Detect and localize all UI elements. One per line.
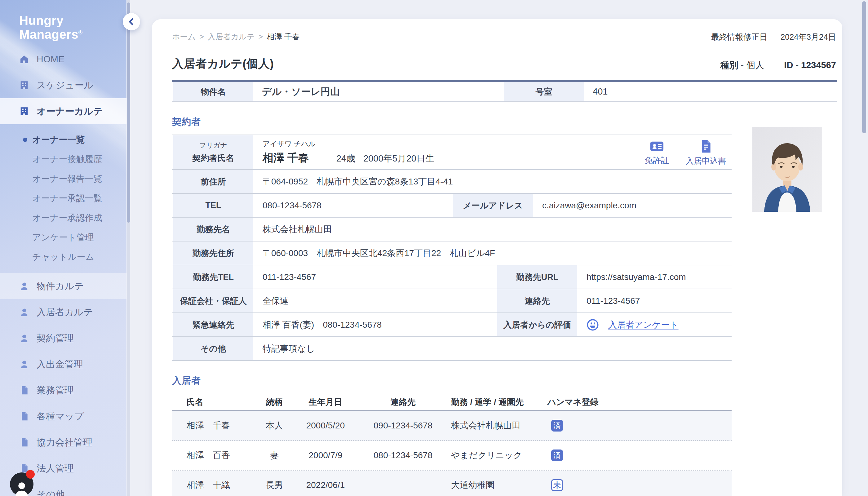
room-number-label: 号室 [502, 82, 585, 102]
previous-address-value: 〒064-0952 札幌市中央区宮の森8条13丁目4-41 [254, 170, 732, 193]
record-meta: 種別 - 個人 ID - 1234567 [720, 59, 836, 72]
resident-contact: 090-1234-5678 [360, 421, 446, 431]
account-avatar[interactable] [10, 472, 33, 496]
sidebar-item-home[interactable]: HOME [0, 46, 126, 72]
other-label: その他 [172, 337, 254, 360]
file-icon [19, 437, 30, 448]
field-row-previous-address: 前住所 〒064-0952 札幌市中央区宮の森8条13丁目4-41 [172, 170, 732, 194]
resident-survey-link[interactable]: 入居者アンケート [608, 319, 679, 331]
sidebar-subitem-label: オーナー報告一覧 [32, 173, 102, 185]
employer-tel-label: 勤務先TEL [172, 265, 254, 289]
sidebar-item-label: オーナーカルテ [36, 105, 103, 118]
contractor-name-label: 契約者氏名 [192, 153, 234, 164]
sidebar-item-payment-management[interactable]: 入出金管理 [0, 351, 126, 377]
col-header-birthday: 生年月日 [291, 397, 360, 408]
license-document-button[interactable]: 免許証 [645, 140, 669, 166]
other-value: 特記事項なし [254, 337, 732, 360]
last-modified-label: 最終情報修正日 [711, 32, 768, 43]
sidebar-subitem-owner-report-list[interactable]: オーナー報告一覧 [0, 169, 126, 188]
sidebar-nav: HOME スケジュール オーナーカルテ オーナー一覧 オーナー接触履歴 オーナー… [0, 46, 126, 496]
sidebar-item-label: 物件カルテ [36, 280, 84, 293]
sidebar-item-maps[interactable]: 各種マップ [0, 403, 126, 429]
sidebar-subitem-survey-management[interactable]: アンケート管理 [0, 228, 126, 247]
resident-row: 相澤 百香 妻 2000/7/9 080-1234-5678 やまだクリニック … [172, 441, 732, 470]
active-bullet-icon [23, 138, 27, 142]
registration-status-badge: 済 [551, 450, 563, 461]
contractor-age: 24歳 [336, 153, 355, 165]
guarantor-contact-label: 連絡先 [496, 289, 578, 312]
breadcrumb-current: 相澤 千春 [267, 32, 300, 42]
property-table: 物件名 デル・ソーレ円山 号室 401 [172, 80, 837, 102]
resident-contact: 080-1234-5678 [360, 450, 446, 460]
sidebar-collapse-button[interactable] [123, 13, 140, 30]
breadcrumb-separator: > [259, 32, 263, 41]
sidebar-subitem-owner-list[interactable]: オーナー一覧 [0, 130, 126, 150]
application-document-button[interactable]: 入居申込書 [686, 140, 726, 167]
sidebar-scrollbar-thumb[interactable] [127, 2, 130, 222]
col-header-contact: 連絡先 [360, 397, 446, 408]
employer-url-label: 勤務先URL [496, 265, 578, 289]
page-title: 入居者カルテ(個人) [172, 56, 274, 72]
breadcrumb: ホーム > 入居者カルテ > 相澤 千春 [172, 32, 300, 42]
sidebar-submenu: オーナー一覧 オーナー接触履歴 オーナー報告一覧 オーナー承認一覧 オーナー承認… [0, 124, 126, 273]
contractor-photo [753, 127, 822, 212]
main-content-card: ホーム > 入居者カルテ > 相澤 千春 最終情報修正日 2024年3月24日 … [152, 19, 842, 496]
contractor-table: フリガナ 契約者氏名 アイザワ チハル 相澤 千春 24歳 2000年5月20日… [172, 135, 732, 361]
guarantor-contact-value: 011-123-4567 [578, 289, 732, 312]
file-icon [19, 411, 30, 422]
sidebar-item-contract-management[interactable]: 契約管理 [0, 325, 126, 351]
sidebar-subitem-owner-approval-list[interactable]: オーナー承認一覧 [0, 188, 126, 208]
sidebar: Hungry Managers® HOME スケジュール オーナーカルテ オーナ… [0, 0, 126, 496]
sidebar-subitem-label: オーナー承認一覧 [32, 192, 102, 204]
resident-name: 相澤 千春 [172, 420, 257, 432]
resident-place: 株式会社札幌山田 [446, 420, 533, 432]
residents-table: 氏名 続柄 生年月日 連絡先 勤務 / 通学 / 通園先 ハンマネ登録 相澤 千… [172, 394, 732, 496]
sidebar-item-label: 業務管理 [36, 384, 74, 397]
resident-birthday: 2000/5/20 [291, 421, 360, 431]
room-number-value: 401 [585, 82, 837, 102]
resident-row: 相澤 十織 長男 2022/06/1 大通幼稚園 未 [172, 470, 732, 496]
residents-table-header: 氏名 続柄 生年月日 連絡先 勤務 / 通学 / 通園先 ハンマネ登録 [172, 394, 732, 411]
license-label: 免許証 [645, 155, 669, 166]
sidebar-item-label: HOME [36, 54, 64, 64]
registration-status-badge: 済 [551, 420, 563, 432]
person-icon [13, 480, 30, 496]
page-scrollbar-thumb[interactable] [862, 1, 866, 133]
sidebar-item-label: 入出金管理 [36, 358, 83, 371]
employer-label: 勤務先名 [172, 218, 254, 241]
record-id: ID - 1234567 [784, 60, 836, 71]
employer-url-value: https://satsuyama-17.com [578, 265, 732, 289]
resident-relation: 妻 [257, 450, 291, 461]
document-icon [700, 140, 712, 153]
evaluation-label: 入居者からの評価 [496, 313, 578, 336]
sidebar-subitem-chat-room[interactable]: チャットルーム [0, 247, 126, 267]
field-row-employer-address: 勤務先住所 〒060-0003 札幌市中央区北42条西17丁目22 札山ビル4F [172, 242, 732, 265]
resident-relation: 本人 [257, 420, 291, 432]
document-links: 免許証 入居申込書 [645, 135, 732, 169]
tel-value: 080-1234-5678 [254, 194, 452, 217]
logo-line2: Managers [19, 28, 78, 41]
sidebar-item-work-management[interactable]: 業務管理 [0, 377, 126, 403]
sidebar-item-label: 協力会社管理 [36, 436, 92, 449]
sidebar-subitem-label: オーナー接触履歴 [32, 153, 102, 165]
resident-name: 相澤 十織 [172, 479, 257, 491]
breadcrumb-section[interactable]: 入居者カルテ [208, 32, 255, 42]
sidebar-item-property-karte[interactable]: 物件カルテ [0, 273, 126, 299]
sidebar-item-partner-company-management[interactable]: 協力会社管理 [0, 429, 126, 455]
sidebar-subitem-owner-contact-history[interactable]: オーナー接触履歴 [0, 150, 126, 169]
sidebar-item-resident-karte[interactable]: 入居者カルテ [0, 299, 126, 325]
sidebar-item-schedule[interactable]: スケジュール [0, 72, 126, 98]
type-value: - 個人 [741, 60, 764, 70]
resident-name: 相澤 百香 [172, 450, 257, 461]
logo-line1: Hungry [19, 14, 64, 27]
field-row-emergency-evaluation: 緊急連絡先 相澤 百香(妻) 080-1234-5678 入居者からの評価 入居… [172, 313, 732, 337]
sidebar-subitem-owner-approval-create[interactable]: オーナー承認作成 [0, 208, 126, 228]
contractor-name: 相澤 千春 [263, 151, 309, 165]
last-modified: 最終情報修正日 2024年3月24日 [711, 32, 836, 43]
employer-address-label: 勤務先住所 [172, 242, 254, 265]
breadcrumb-home[interactable]: ホーム [172, 32, 196, 42]
sidebar-subitem-label: オーナー承認作成 [32, 212, 102, 224]
smiley-icon [587, 319, 599, 331]
sidebar-item-owner-karte[interactable]: オーナーカルテ [0, 98, 126, 124]
employer-value: 株式会社札幌山田 [254, 218, 732, 241]
